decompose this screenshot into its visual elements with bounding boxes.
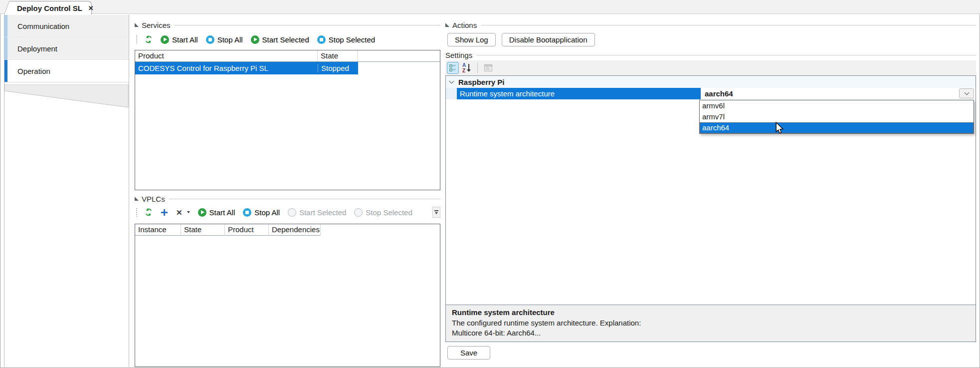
- services-stop-selected-button[interactable]: Stop Selected: [313, 35, 379, 44]
- start-selected-label: Start Selected: [262, 35, 309, 44]
- collapse-triangle-icon[interactable]: [445, 23, 449, 27]
- property-description-panel: Runtime system architecture The configur…: [446, 305, 976, 342]
- overflow-caret-icon: [435, 212, 438, 214]
- dropdown-option-aarch64-selected[interactable]: aarch64: [700, 122, 974, 133]
- stop-icon: [206, 35, 214, 44]
- vplcs-stop-all-button[interactable]: Stop All: [239, 208, 284, 217]
- settings-title: Settings: [445, 51, 472, 59]
- vplcs-table-header: Instance State Product Dependencies: [135, 224, 440, 236]
- vplcs-table: Instance State Product Dependencies: [135, 224, 440, 367]
- category-label: Raspberry Pi: [458, 78, 505, 86]
- tab-title: Deploy Control SL: [11, 4, 82, 12]
- services-table: Product State CODESYS Control for Raspbe…: [135, 50, 440, 190]
- value-dropdown-button[interactable]: [959, 88, 974, 98]
- play-icon: [251, 35, 259, 44]
- toolbar-grip: [136, 208, 138, 217]
- dropdown-option-armv7l[interactable]: armv7l: [700, 111, 974, 122]
- tab-close-icon[interactable]: ✕: [88, 4, 94, 12]
- start-all-label: Start All: [209, 208, 235, 217]
- vplcs-start-selected-button-disabled: Start Selected: [284, 208, 350, 217]
- chevron-down-icon[interactable]: [449, 79, 454, 84]
- toolbar-grip: [136, 35, 138, 44]
- description-title: Runtime system architecture: [452, 308, 970, 317]
- services-group: Services Start All Stop All: [135, 21, 440, 190]
- stop-icon: [317, 35, 326, 44]
- actions-button-row: Show Log Disable Bootapplication: [447, 33, 976, 46]
- vplcs-refresh-button[interactable]: [141, 208, 157, 216]
- sidebar-item-label: Operation: [17, 67, 50, 75]
- start-selected-label: Start Selected: [299, 208, 346, 217]
- stop-selected-label: Stop Selected: [329, 35, 375, 44]
- property-value-cell[interactable]: aarch64: [701, 88, 976, 99]
- tab-deploy-control[interactable]: Deploy Control SL ✕: [11, 1, 92, 14]
- toolbar-overflow-button[interactable]: [432, 207, 440, 218]
- sort-alphabetical-button[interactable]: AZ: [461, 62, 473, 74]
- header-divider: [175, 25, 440, 25]
- column-header-product[interactable]: Product: [225, 224, 269, 236]
- column-header-dependencies[interactable]: Dependencies: [269, 224, 321, 236]
- sidebar-item-label: Communication: [17, 22, 69, 30]
- cell-product: CODESYS Control for Raspberry Pi SL: [135, 64, 318, 72]
- services-start-all-button[interactable]: Start All: [157, 35, 202, 44]
- services-row-codesys-control[interactable]: CODESYS Control for Raspberry Pi SL Stop…: [135, 62, 358, 74]
- vplcs-delete-button[interactable]: ✕: [172, 209, 194, 216]
- disable-bootapplication-button[interactable]: Disable Bootapplication: [502, 33, 595, 46]
- play-icon: [161, 35, 169, 44]
- stop-icon: [243, 208, 251, 217]
- column-header-state[interactable]: State: [181, 224, 225, 236]
- add-icon: [161, 209, 168, 216]
- architecture-dropdown-list: armv6l armv7l aarch64: [699, 100, 974, 134]
- property-value-text: aarch64: [705, 89, 733, 98]
- services-toolbar: Start All Stop All Start Selected Stop S…: [135, 33, 440, 46]
- header-divider: [481, 25, 976, 25]
- collapse-triangle-icon[interactable]: [135, 197, 139, 201]
- refresh-icon: [145, 35, 153, 43]
- vplcs-header: VPLCs: [135, 195, 440, 203]
- collapse-triangle-icon[interactable]: [135, 23, 139, 27]
- stop-selected-label: Stop Selected: [366, 208, 412, 217]
- dropdown-option-armv6l[interactable]: armv6l: [700, 100, 974, 111]
- start-all-label: Start All: [172, 35, 198, 44]
- categorized-icon: [449, 64, 456, 71]
- column-header-instance[interactable]: Instance: [135, 224, 181, 236]
- services-header: Services: [135, 21, 440, 29]
- description-line-2: Multicore 64-bit: Aarch64...: [452, 328, 970, 338]
- save-button[interactable]: Save: [447, 346, 490, 360]
- save-row: Save: [447, 346, 976, 360]
- sidebar-accent-bar: [4, 60, 7, 82]
- vplcs-add-button[interactable]: [157, 209, 172, 216]
- property-name: Runtime system architecture: [457, 88, 701, 99]
- vplcs-title: VPLCs: [142, 195, 165, 203]
- property-pages-button-disabled: [482, 62, 494, 74]
- tab-strip: Deploy Control SL ✕: [0, 0, 980, 14]
- delete-dropdown-caret-icon[interactable]: [187, 211, 190, 213]
- sidebar-accent-bar: [4, 37, 7, 59]
- sidebar-item-operation[interactable]: Operation: [4, 60, 129, 82]
- chevron-down-icon: [964, 90, 969, 95]
- services-stop-all-button[interactable]: Stop All: [202, 35, 247, 44]
- services-title: Services: [142, 21, 171, 29]
- delete-icon: ✕: [176, 209, 183, 216]
- description-line-1: The configured runtime system architectu…: [452, 318, 970, 328]
- sidebar-item-deployment[interactable]: Deployment: [4, 37, 129, 60]
- actions-title: Actions: [452, 21, 477, 29]
- vplcs-start-all-button[interactable]: Start All: [194, 208, 239, 217]
- overflow-bar-icon: [434, 210, 438, 211]
- vplcs-toolbar: ✕ Start All Stop All Start Selected Stop…: [135, 206, 440, 219]
- services-start-selected-button[interactable]: Start Selected: [247, 35, 313, 44]
- categorized-view-button[interactable]: [447, 62, 459, 74]
- play-icon: [198, 208, 206, 217]
- sidebar-item-communication[interactable]: Communication: [4, 15, 129, 37]
- stop-all-label: Stop All: [217, 35, 243, 44]
- cell-state: Stopped: [318, 64, 358, 72]
- category-row-raspberry-pi[interactable]: Raspberry Pi: [446, 76, 976, 88]
- show-log-button[interactable]: Show Log: [447, 33, 496, 46]
- vplcs-group: VPLCs ✕ Start All: [135, 195, 440, 367]
- services-refresh-button[interactable]: [141, 35, 157, 43]
- play-icon-disabled: [288, 208, 296, 217]
- column-header-product[interactable]: Product: [135, 50, 318, 61]
- sidebar-item-label: Deployment: [17, 44, 57, 53]
- actions-header: Actions: [445, 21, 976, 29]
- property-row-runtime-architecture[interactable]: Runtime system architecture aarch64: [446, 88, 976, 99]
- column-header-state[interactable]: State: [318, 50, 358, 61]
